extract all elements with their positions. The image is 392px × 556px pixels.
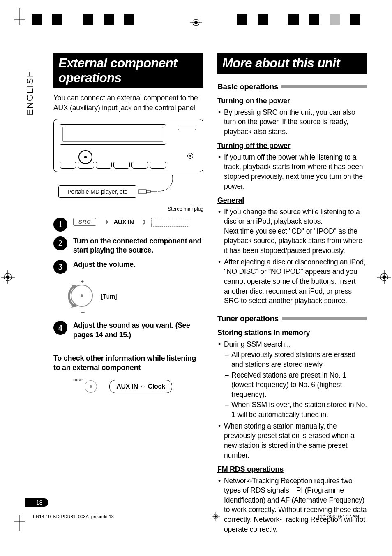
turning-on-heading: Turning on the power [217, 96, 367, 106]
step-number-2: 2 [53, 236, 67, 250]
section-title-left: External component operations [53, 53, 203, 88]
disp-button-label: DISP [73, 378, 83, 382]
right-column: More about this unit Basic operations Tu… [217, 53, 367, 536]
aux-clock-text: AUX IN ↔ Clock [116, 383, 165, 390]
svg-rect-18 [146, 190, 150, 193]
car-stereo-unit-illustration [53, 119, 203, 172]
svg-rect-17 [139, 190, 146, 194]
disp-clock-row: DISP AUX IN ↔ Clock [53, 380, 203, 393]
turning-on-bullet: By pressing SRC on the unit, you can als… [217, 108, 367, 137]
connection-illustration: Portable MD player, etc Stereo mini plug [53, 119, 203, 212]
manual-store-bullet: When storing a station manually, the pre… [217, 422, 367, 461]
step-3-text: Adjust the volume. [73, 260, 135, 269]
registration-mark-right-icon [377, 270, 391, 286]
aux-clock-box: AUX IN ↔ Clock [109, 380, 172, 393]
src-button-illustration: SRC [73, 218, 96, 226]
turning-off-bullet: If you turn off the power while listenin… [217, 153, 367, 192]
page-content: ENGLISH External component operations Yo… [25, 53, 367, 507]
check-info-heading: To check other information while listeni… [53, 354, 203, 373]
general-bullet-2: After ejecting a disc or disconnecting a… [217, 257, 367, 306]
bottom-crop-marks [0, 503, 392, 531]
step-1: 1 SRC AUX IN [53, 218, 203, 232]
step-number-3: 3 [53, 260, 67, 274]
md-player-box: Portable MD player, etc [58, 185, 136, 198]
basic-operations-heading: Basic operations [217, 81, 367, 92]
tuner-operations-heading: Tuner operations [217, 313, 367, 324]
volume-dial-illustration: + − [Turn] [66, 279, 111, 316]
registration-mark-left-icon [1, 270, 15, 286]
storing-stations-heading: Storing stations in memory [217, 328, 367, 338]
stereo-mini-plug-label: Stereo mini plug [168, 206, 203, 212]
step-2-text: Turn on the connected component and star… [73, 236, 203, 255]
ssm-intro-bullet: During SSM search... All previously stor… [217, 340, 367, 420]
top-crop-marks [0, 8, 392, 37]
section-title-right: More about this unit [217, 53, 367, 74]
step-4: 4 Adjust the sound as you want. (See pag… [53, 321, 203, 340]
left-column: External component operations You can co… [53, 53, 203, 536]
ssm-dash-2: Received stations are preset in No. 1 (l… [224, 371, 367, 400]
disp-button-icon [85, 380, 97, 393]
step-2: 2 Turn on the connected component and st… [53, 236, 203, 255]
ssm-dash-1: All previously stored stations are erase… [224, 350, 367, 369]
step-number-4: 4 [53, 321, 67, 335]
general-heading: General [217, 195, 367, 205]
step-number-1: 1 [53, 218, 67, 232]
turning-off-heading: Turning off the power [217, 141, 367, 151]
general-bullet-1: If you change the source while listening… [217, 207, 367, 256]
aux-in-label: AUX IN [113, 218, 134, 225]
step-4-text: Adjust the sound as you want. (See pages… [73, 321, 203, 340]
turn-label: [Turn] [101, 293, 117, 300]
step-3: 3 Adjust the volume. [53, 260, 203, 274]
dashed-placeholder [151, 218, 188, 227]
arrow-right-icon [100, 220, 109, 225]
intro-text: You can connect an external component to… [53, 93, 203, 113]
fm-rds-heading: FM RDS operations [217, 464, 367, 474]
ssm-dash-3: When SSM is over, the station stored in … [224, 400, 367, 419]
language-tab: ENGLISH [25, 70, 35, 116]
corner-crop-lines [0, 8, 392, 37]
arrow-right-icon [138, 220, 147, 225]
